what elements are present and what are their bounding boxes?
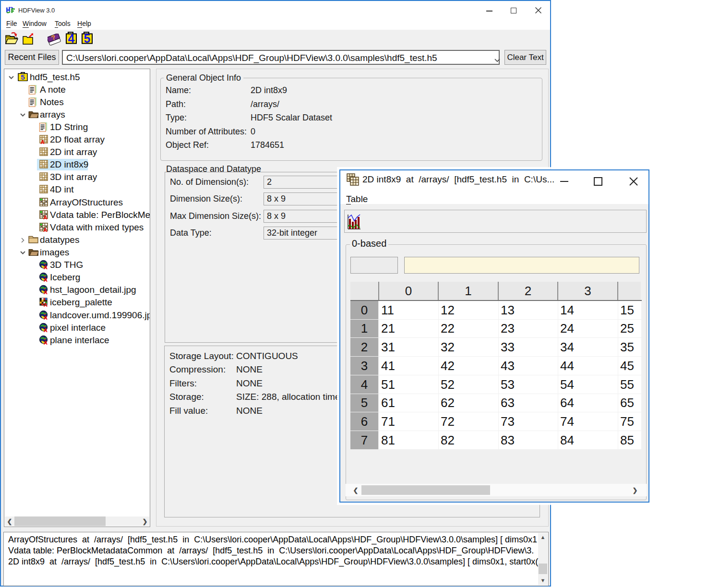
svg-text:A: A [44, 290, 48, 295]
svg-text:4: 4 [68, 32, 75, 44]
svg-text:A: A [44, 328, 48, 333]
svg-text:5: 5 [21, 73, 25, 81]
svg-text:5: 5 [84, 32, 91, 44]
svg-text:A: A [43, 228, 47, 233]
svg-text:A: A [44, 302, 48, 308]
svg-text:A: A [44, 277, 48, 283]
svg-text:A: A [44, 265, 48, 270]
svg-text:A: A [43, 215, 47, 220]
svg-text:A: A [40, 139, 44, 144]
svg-text:A: A [44, 340, 48, 346]
svg-text:A: A [44, 315, 48, 321]
